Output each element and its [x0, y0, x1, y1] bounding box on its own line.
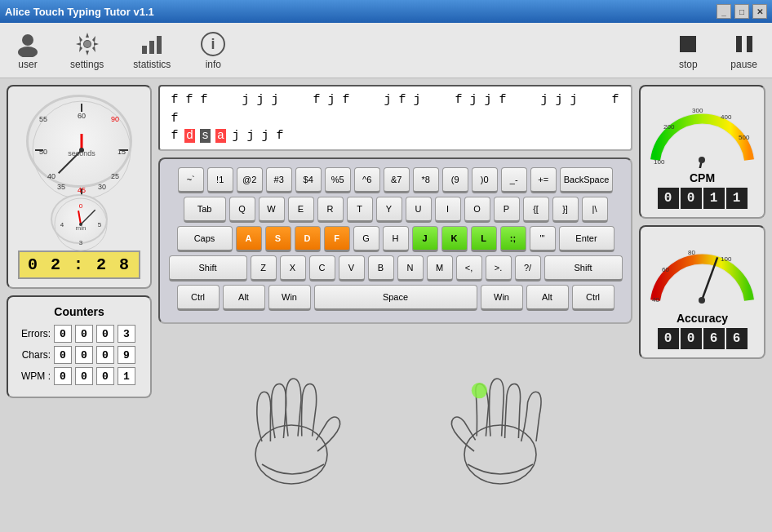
char-a-current: a — [215, 129, 226, 143]
key-6[interactable]: ^6 — [354, 167, 380, 193]
key-l[interactable]: L — [471, 226, 497, 252]
svg-text:60: 60 — [78, 112, 86, 120]
toolbar-settings[interactable]: settings — [64, 28, 110, 73]
key-s[interactable]: S — [265, 226, 291, 252]
key-q[interactable]: Q — [229, 197, 255, 223]
key-semicolon[interactable]: :; — [500, 226, 526, 252]
key-o[interactable]: O — [464, 197, 490, 223]
svg-text:30: 30 — [98, 183, 106, 191]
svg-text:400: 400 — [721, 113, 732, 121]
key-ralt[interactable]: Alt — [526, 285, 569, 311]
key-4[interactable]: $4 — [295, 167, 322, 193]
svg-text:35: 35 — [57, 183, 65, 191]
char: j — [468, 93, 478, 107]
keyboard-area: ~` !1 @2 #3 $4 %5 ^6 &7 *8 (9 )0 _- += B… — [158, 157, 632, 324]
close-button[interactable]: ✕ — [752, 4, 767, 19]
svg-text:90: 90 — [111, 115, 119, 123]
text-line-1: f f f j j j f j f j f j f j j f — [170, 93, 621, 126]
key-7[interactable]: &7 — [384, 167, 410, 193]
toolbar-user[interactable]: user — [8, 28, 47, 73]
key-enter[interactable]: Enter — [559, 226, 614, 252]
key-n[interactable]: N — [397, 255, 424, 282]
key-slash[interactable]: ?/ — [515, 255, 541, 282]
key-caps[interactable]: Caps — [177, 226, 233, 252]
key-lbracket[interactable]: {[ — [523, 197, 549, 223]
key-rshift[interactable]: Shift — [544, 255, 623, 282]
center-panel: f f f j j j f j f j f j f j j f — [158, 85, 632, 525]
key-h[interactable]: H — [383, 226, 409, 252]
key-quote[interactable]: "' — [530, 226, 556, 252]
char: f — [184, 93, 194, 107]
svg-rect-10 — [736, 36, 742, 52]
key-p[interactable]: P — [494, 197, 520, 223]
cpm-gauge: 100 200 300 400 500 CPM 0 0 1 1 — [639, 85, 765, 219]
key-v[interactable]: V — [339, 255, 365, 282]
key-j[interactable]: J — [412, 226, 438, 252]
key-minus[interactable]: _- — [501, 167, 527, 193]
key-c[interactable]: C — [309, 255, 335, 282]
key-a[interactable]: A — [236, 226, 262, 252]
key-backtick[interactable]: ~` — [178, 167, 204, 193]
svg-point-42 — [471, 383, 486, 398]
key-b[interactable]: B — [368, 255, 394, 282]
errors-digit-1: 0 — [75, 325, 93, 343]
key-z[interactable]: Z — [251, 255, 277, 282]
statistics-icon — [139, 31, 165, 57]
acc-d2: 6 — [703, 328, 725, 349]
char: f — [454, 93, 464, 107]
key-0[interactable]: )0 — [472, 167, 498, 193]
key-w[interactable]: W — [259, 197, 285, 223]
maximize-button[interactable]: □ — [734, 4, 749, 19]
key-rbracket[interactable]: }] — [552, 197, 579, 223]
char: j — [383, 93, 393, 107]
wpm-row: WPM : 0 0 0 1 — [16, 367, 142, 385]
key-5[interactable]: %5 — [325, 167, 351, 193]
key-r[interactable]: R — [317, 197, 344, 223]
key-lctrl[interactable]: Ctrl — [177, 285, 220, 311]
key-y[interactable]: Y — [376, 197, 402, 223]
key-lwin[interactable]: Win — [268, 285, 311, 311]
key-9[interactable]: (9 — [442, 167, 468, 193]
key-lalt[interactable]: Alt — [223, 285, 265, 311]
svg-text:300: 300 — [692, 107, 703, 114]
right-panel: 100 200 300 400 500 CPM 0 0 1 1 — [639, 85, 765, 525]
cpm-d2: 1 — [703, 188, 725, 209]
key-e[interactable]: E — [288, 197, 314, 223]
key-comma[interactable]: <, — [456, 255, 482, 282]
toolbar-statistics[interactable]: statistics — [126, 28, 177, 73]
pause-label: pause — [730, 59, 757, 70]
key-8[interactable]: *8 — [413, 167, 439, 193]
key-space[interactable]: Space — [314, 285, 477, 311]
key-1[interactable]: !1 — [207, 167, 233, 193]
key-m[interactable]: M — [427, 255, 453, 282]
key-rwin[interactable]: Win — [481, 285, 523, 311]
toolbar-pause[interactable]: pause — [724, 28, 764, 73]
key-u[interactable]: U — [406, 197, 432, 223]
svg-rect-9 — [680, 36, 696, 52]
char: j — [483, 93, 493, 107]
key-3[interactable]: #3 — [266, 167, 292, 193]
key-backslash[interactable]: |\ — [582, 197, 608, 223]
key-backspace[interactable]: BackSpace — [560, 167, 614, 193]
chars-digit-0: 0 — [54, 346, 72, 364]
char: j — [326, 93, 336, 107]
key-t[interactable]: T — [347, 197, 373, 223]
minimize-button[interactable]: _ — [717, 4, 731, 19]
key-d[interactable]: D — [295, 226, 321, 252]
key-rctrl[interactable]: Ctrl — [572, 285, 614, 311]
svg-rect-6 — [157, 36, 162, 54]
key-k[interactable]: K — [441, 226, 468, 252]
key-equals[interactable]: += — [530, 167, 557, 193]
key-lshift[interactable]: Shift — [169, 255, 247, 282]
key-x[interactable]: X — [280, 255, 306, 282]
key-f[interactable]: F — [324, 226, 350, 252]
key-period[interactable]: >. — [486, 255, 512, 282]
key-tab[interactable]: Tab — [184, 197, 226, 223]
key-2[interactable]: @2 — [237, 167, 263, 193]
key-i[interactable]: I — [435, 197, 461, 223]
settings-icon — [74, 31, 100, 57]
toolbar-stop[interactable]: stop — [668, 28, 708, 73]
toolbar-info[interactable]: i info — [193, 28, 233, 73]
key-g[interactable]: G — [353, 226, 379, 252]
svg-point-40 — [255, 425, 327, 484]
